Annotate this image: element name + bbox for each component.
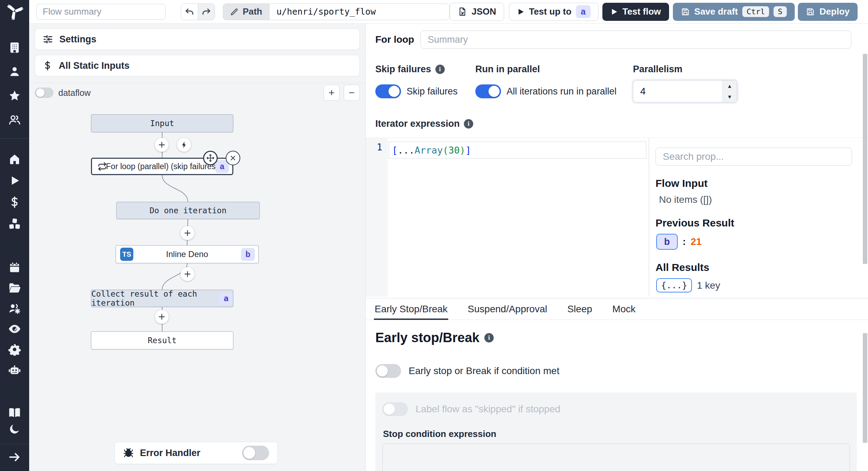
bug-icon xyxy=(123,448,134,458)
node-label: Collect result of each iteration xyxy=(91,289,212,307)
error-handler-toggle[interactable] xyxy=(242,446,269,460)
settings-button[interactable]: Settings xyxy=(35,28,360,50)
add-step-button[interactable] xyxy=(181,267,194,281)
delete-step-button[interactable] xyxy=(226,151,240,165)
spinner-up-button[interactable]: ▲ xyxy=(723,81,737,91)
save-draft-button[interactable]: Save draft Ctrl S xyxy=(673,3,795,21)
save-icon xyxy=(806,7,815,16)
node-input[interactable]: Input xyxy=(91,114,233,132)
node-forloop[interactable]: For loop (parallel) (skip failures) a xyxy=(91,158,233,175)
calendar-icon[interactable] xyxy=(0,259,29,276)
redo-button[interactable] xyxy=(198,4,215,20)
previous-result-header: Previous Result xyxy=(656,217,852,229)
parallelism-input[interactable]: 4 ▲ ▼ xyxy=(633,80,737,102)
code-token: [ xyxy=(392,145,398,156)
test-flow-button[interactable]: Test flow xyxy=(602,3,669,21)
path-value-input[interactable]: u/henri/sporty_flow xyxy=(269,3,450,20)
moon-icon[interactable] xyxy=(0,421,29,437)
dataflow-toggle[interactable] xyxy=(35,88,53,98)
flow-graph-canvas[interactable]: Input For loop (parallel) (skip failures… xyxy=(29,102,365,471)
stop-condition-editor[interactable] xyxy=(382,444,850,471)
early-stop-disabled-section: Label flow as "skipped" if stopped Stop … xyxy=(375,392,857,471)
add-step-button[interactable] xyxy=(181,226,194,240)
test-up-to-button[interactable]: Test up to a xyxy=(509,3,599,21)
plus-icon xyxy=(158,313,166,321)
all-static-inputs-button[interactable]: All Static Inputs xyxy=(35,55,360,76)
search-prop-input[interactable] xyxy=(656,148,852,166)
stop-condition-label: Stop condition expression xyxy=(383,429,850,439)
save-draft-label: Save draft xyxy=(694,6,738,17)
play-icon[interactable] xyxy=(0,172,29,189)
code-token: ] xyxy=(465,145,471,156)
run-in-parallel-toggle[interactable] xyxy=(475,84,501,98)
node-inline-deno[interactable]: TS Inline Deno b xyxy=(116,245,259,263)
scrollbar-thumb[interactable] xyxy=(863,54,867,264)
object-badge[interactable]: {...} xyxy=(656,278,692,292)
zoom-in-button[interactable]: + xyxy=(324,85,340,101)
code-token: Array xyxy=(415,145,443,156)
plus-icon xyxy=(184,229,191,237)
info-icon[interactable] xyxy=(484,333,494,342)
skip-failures-toggle-label: Skip failures xyxy=(407,86,458,97)
spinner-down-button[interactable]: ▼ xyxy=(723,91,737,102)
add-step-button[interactable] xyxy=(155,310,169,324)
summary-input[interactable] xyxy=(420,31,851,49)
undo-button[interactable] xyxy=(181,4,198,20)
add-step-button[interactable] xyxy=(155,138,169,152)
expand-sidebar-arrow-icon[interactable] xyxy=(0,449,29,465)
iterator-code-editor[interactable]: 1 [...Array(30)] xyxy=(366,138,649,297)
flow-graph-panel: Settings All Static Inputs dataflow + − … xyxy=(29,24,366,471)
node-result[interactable]: Result xyxy=(91,331,233,349)
robot-icon[interactable] xyxy=(0,362,29,378)
home-icon[interactable] xyxy=(0,151,29,167)
tab-early-stop-break[interactable]: Early Stop/Break xyxy=(374,298,448,320)
tab-sleep[interactable]: Sleep xyxy=(567,298,593,320)
json-button[interactable]: JSON xyxy=(450,3,504,21)
node-do-one-iteration[interactable]: Do one iteration xyxy=(116,202,260,219)
dollar-icon[interactable] xyxy=(0,194,29,210)
skip-failures-toggle[interactable] xyxy=(375,84,401,98)
star-icon[interactable] xyxy=(0,88,29,104)
tab-suspend-approval[interactable]: Suspend/Approval xyxy=(467,298,548,320)
move-step-button[interactable] xyxy=(203,151,218,165)
dataflow-label: dataflow xyxy=(58,88,91,98)
add-trigger-button[interactable] xyxy=(177,138,191,152)
edit-path-button[interactable]: Path xyxy=(223,3,269,20)
scrollbar-thumb[interactable] xyxy=(863,333,867,443)
user-icon[interactable] xyxy=(0,63,29,80)
parallelism-value: 4 xyxy=(633,81,722,102)
kbd-s: S xyxy=(774,6,786,17)
undo-redo-group xyxy=(181,3,215,20)
number-spinner: ▲ ▼ xyxy=(722,81,737,102)
all-results-count: 1 key xyxy=(697,280,720,291)
code-token: 30 xyxy=(449,145,460,156)
error-handler-label: Error Handler xyxy=(140,448,200,458)
user-group-gear-icon[interactable] xyxy=(0,300,29,317)
early-stop-toggle[interactable] xyxy=(375,364,401,378)
dataflow-row: dataflow + − xyxy=(29,83,365,102)
deploy-button[interactable]: Deploy xyxy=(798,3,858,21)
windmill-logo[interactable] xyxy=(0,3,29,19)
line-number: 1 xyxy=(366,138,388,297)
folder-open-icon[interactable] xyxy=(0,280,29,296)
topbar: Path u/henri/sporty_flow JSON Test up to… xyxy=(29,0,868,24)
label-skipped-toggle[interactable] xyxy=(382,402,408,416)
tab-mock[interactable]: Mock xyxy=(612,298,636,320)
save-icon xyxy=(681,7,690,16)
node-collect-result[interactable]: Collect result of each iteration a xyxy=(91,290,233,307)
result-key-badge[interactable]: b xyxy=(656,234,678,250)
test-up-to-step-badge: a xyxy=(576,5,591,18)
gear-icon[interactable] xyxy=(0,341,29,358)
building-icon[interactable] xyxy=(0,39,29,56)
info-icon[interactable] xyxy=(464,119,473,129)
flow-summary-input[interactable] xyxy=(36,4,166,20)
parallelism-header: Parallelism xyxy=(633,64,683,75)
cubes-icon[interactable] xyxy=(0,216,29,232)
book-open-icon[interactable] xyxy=(0,404,29,421)
deploy-label: Deploy xyxy=(819,6,850,17)
info-icon[interactable] xyxy=(435,65,445,74)
users-icon[interactable] xyxy=(0,111,29,128)
plus-icon xyxy=(158,141,166,149)
eye-icon[interactable] xyxy=(0,321,29,337)
zoom-out-button[interactable]: − xyxy=(344,85,360,101)
